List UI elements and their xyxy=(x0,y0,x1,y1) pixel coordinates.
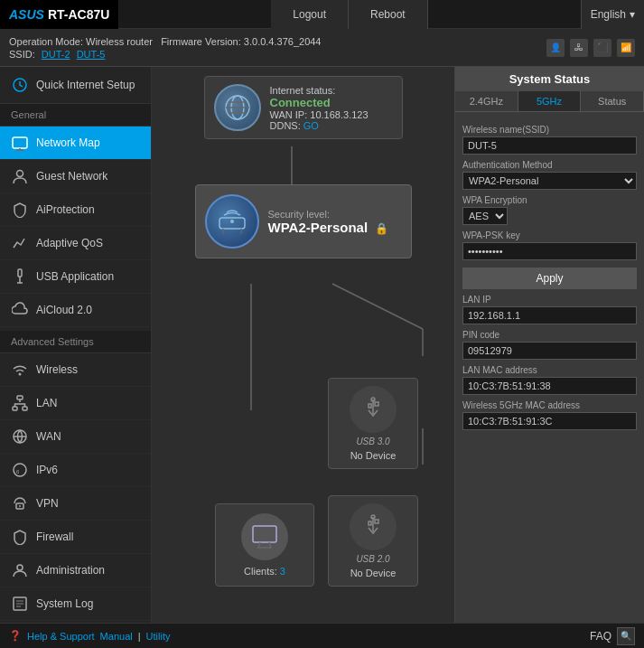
network-map-icon xyxy=(11,134,29,152)
vpn-label: VPN xyxy=(36,497,59,510)
user-icon[interactable]: 👤 xyxy=(546,39,565,57)
wan-icon xyxy=(11,427,29,446)
system-status-title: System Status xyxy=(455,67,644,91)
op-mode-value[interactable]: Wireless router xyxy=(86,36,153,47)
svg-point-14 xyxy=(19,505,21,507)
footer-right: FAQ 🔍 xyxy=(590,627,635,645)
tab-2ghz[interactable]: 2.4GHz xyxy=(455,91,518,111)
usb-info-icon[interactable]: ⬛ xyxy=(593,39,611,57)
aiprotection-icon xyxy=(11,201,29,219)
firmware-label: Firmware Version: xyxy=(161,36,241,47)
svg-point-15 xyxy=(17,565,23,570)
monitor-icon xyxy=(241,513,288,560)
lan-ip-label: LAN IP xyxy=(462,295,637,305)
ssid1-link[interactable]: DUT-2 xyxy=(42,49,70,60)
network-map-label: Network Map xyxy=(36,136,100,149)
wan-ip-label: WAN IP: xyxy=(270,109,308,120)
wan-label: WAN xyxy=(36,430,61,443)
sidebar-item-adaptive-qos[interactable]: Adaptive QoS xyxy=(0,227,151,260)
ddns-label: DDNS: xyxy=(270,120,301,131)
sidebar-item-wireless[interactable]: Wireless xyxy=(0,353,151,387)
utility-link[interactable]: Utility xyxy=(146,631,171,642)
sidebar-item-lan[interactable]: LAN xyxy=(0,387,151,420)
sidebar-item-guest-network[interactable]: Guest Network xyxy=(0,160,151,193)
ddns-value[interactable]: GO xyxy=(303,120,319,131)
sidebar-item-ipv6[interactable]: 6 IPv6 xyxy=(0,454,151,487)
info-icons: 👤 🖧 ⬛ 📶 xyxy=(546,39,635,57)
network-icon[interactable]: 🖧 xyxy=(570,39,588,57)
security-value: WPA2-Personal 🔒 xyxy=(268,220,389,235)
usb30-status: No Device xyxy=(350,450,397,461)
svg-point-6 xyxy=(19,373,22,376)
ssid-field-label: Wireless name(SSID) xyxy=(462,125,637,135)
quick-setup-label: Quick Internet Setup xyxy=(36,79,135,91)
router-info: Security level: WPA2-Personal 🔒 xyxy=(268,209,389,235)
manual-link[interactable]: Manual xyxy=(100,631,133,642)
op-mode-label: Operation Mode: xyxy=(9,36,83,47)
auth-select[interactable]: WPA2-Personal xyxy=(462,172,637,190)
firewall-icon xyxy=(11,528,29,546)
clients-label: Clients: 3 xyxy=(244,566,285,577)
wifi-icon[interactable]: 📶 xyxy=(617,39,635,57)
sidebar-item-firewall[interactable]: Firewall xyxy=(0,521,151,554)
pin-label: PIN code xyxy=(462,330,637,340)
sidebar-item-system-log[interactable]: System Log xyxy=(0,587,151,621)
wireless-mac-value: 10:C3:7B:51:91:3C xyxy=(462,412,637,430)
ssid-info: SSID: DUT-2 DUT-5 xyxy=(9,49,321,60)
ipv6-label: IPv6 xyxy=(36,464,58,476)
apply-button[interactable]: Apply xyxy=(462,268,637,289)
ssid2-link[interactable]: DUT-5 xyxy=(77,49,106,60)
guest-network-label: Guest Network xyxy=(36,170,107,183)
svg-line-37 xyxy=(258,542,260,548)
search-icon: 🔍 xyxy=(621,631,631,641)
logo: ASUS RT-AC87U xyxy=(0,0,118,29)
psk-input[interactable] xyxy=(462,242,637,260)
language-label: English xyxy=(591,8,626,21)
tab-status[interactable]: Status xyxy=(581,91,644,111)
firewall-label: Firewall xyxy=(36,531,73,543)
sidebar-item-network-tools[interactable]: Network Tools xyxy=(0,621,151,623)
usb30-label: USB 3.0 xyxy=(356,437,389,446)
firmware-value[interactable]: 3.0.0.4.376_2044 xyxy=(244,36,322,47)
usb20-status: No Device xyxy=(350,568,397,578)
footer-left: ❓ Help & Support Manual | Utility xyxy=(9,630,170,642)
faq-search-button[interactable]: 🔍 xyxy=(617,627,635,645)
sidebar-advanced-section: Advanced Settings xyxy=(0,331,151,353)
sidebar-item-administration[interactable]: Administration xyxy=(0,554,151,587)
sidebar-item-wan[interactable]: WAN xyxy=(0,420,151,454)
internet-node: Internet status: Connected WAN IP: 10.16… xyxy=(204,76,403,139)
router-icon xyxy=(205,194,259,249)
wireless-label: Wireless xyxy=(36,363,78,376)
globe-icon xyxy=(214,84,261,131)
vpn-icon xyxy=(11,494,29,512)
language-selector[interactable]: English ▾ xyxy=(581,0,644,29)
svg-line-24 xyxy=(332,284,423,329)
lan-icon xyxy=(11,394,29,412)
enc-select[interactable]: AES xyxy=(462,207,508,225)
sidebar-item-network-map[interactable]: Network Map xyxy=(0,127,151,160)
sidebar-item-vpn[interactable]: VPN xyxy=(0,487,151,521)
help-support-link[interactable]: Help & Support xyxy=(27,631,95,642)
sidebar-item-quick-setup[interactable]: Quick Internet Setup xyxy=(0,67,151,104)
svg-rect-1 xyxy=(13,137,27,148)
tab-5ghz[interactable]: 5GHz xyxy=(518,91,582,111)
header-nav: Logout Reboot xyxy=(118,0,580,29)
reboot-button[interactable]: Reboot xyxy=(349,0,428,29)
sidebar-item-usb-application[interactable]: USB Application xyxy=(0,260,151,294)
svg-rect-9 xyxy=(23,407,27,410)
usb-application-label: USB Application xyxy=(36,270,114,283)
svg-rect-7 xyxy=(17,396,23,399)
security-label: Security level: xyxy=(268,209,389,220)
administration-label: Administration xyxy=(36,564,105,577)
svg-point-35 xyxy=(230,220,234,223)
sidebar-item-aicloud[interactable]: AiCloud 2.0 xyxy=(0,294,151,327)
client-node: Clients: 3 xyxy=(215,503,314,587)
ipv6-icon: 6 xyxy=(11,461,29,479)
svg-rect-8 xyxy=(13,407,17,410)
logo-asus: ASUS xyxy=(9,7,44,22)
system-status-panel: System Status 2.4GHz 5GHz Status Wireles… xyxy=(454,67,644,623)
usb-application-icon xyxy=(11,268,29,286)
ssid-input[interactable] xyxy=(462,136,637,155)
sidebar-item-aiprotection[interactable]: AiProtection xyxy=(0,193,151,227)
logout-button[interactable]: Logout xyxy=(271,0,349,29)
